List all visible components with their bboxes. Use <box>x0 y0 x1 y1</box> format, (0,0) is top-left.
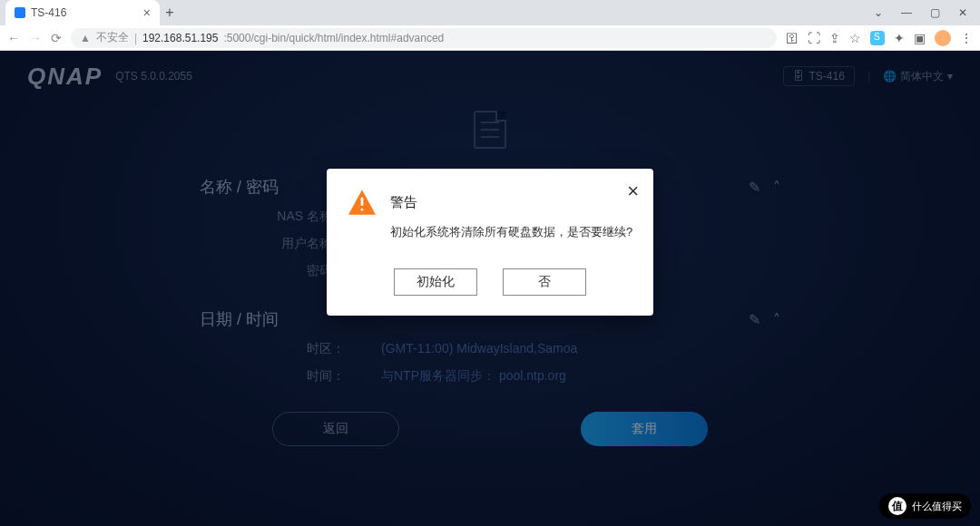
field-value: (GMT-11:00) MidwayIsland,Samoa <box>381 341 577 357</box>
app-icon[interactable]: ▣ <box>914 31 926 45</box>
device-icon: 🗄 <box>793 70 804 83</box>
window-controls: ⌄ — ▢ ✕ <box>874 6 980 19</box>
section-title: 名称 / 密码 <box>200 176 279 198</box>
language-selector[interactable]: 🌐 简体中文 ▾ <box>883 69 953 84</box>
insecure-icon: ▲ <box>80 32 91 44</box>
window-close-icon[interactable]: ✕ <box>958 6 967 19</box>
firmware-version: QTS 5.0.0.2055 <box>115 70 192 83</box>
warning-dialog: × 警告 初始化系统将清除所有硬盘数据，是否要继续? 初始化 否 <box>327 169 653 316</box>
device-name: TS-416 <box>809 70 845 83</box>
tab-close-icon[interactable]: × <box>143 5 151 20</box>
device-chip[interactable]: 🗄 TS-416 <box>783 66 855 86</box>
nav-back-icon[interactable]: ← <box>7 31 20 45</box>
qnap-setup-page: QNAP QTS 5.0.0.2055 🗄 TS-416 | 🌐 简体中文 ▾ … <box>0 51 980 526</box>
menu-icon[interactable]: ⋮ <box>960 31 973 45</box>
share-icon[interactable]: ⇪ <box>829 31 840 45</box>
globe-icon: 🌐 <box>883 70 897 83</box>
warning-icon <box>347 189 377 216</box>
no-button[interactable]: 否 <box>503 268 586 296</box>
field-timezone: 时区： (GMT-11:00) MidwayIsland,Samoa <box>200 336 780 363</box>
svg-rect-0 <box>361 198 364 207</box>
nav-forward-icon[interactable]: → <box>29 31 42 45</box>
dialog-close-icon[interactable]: × <box>627 180 639 203</box>
sogou-ext-icon[interactable] <box>870 31 885 45</box>
tab-strip: TS-416 × + ⌄ — ▢ ✕ <box>0 0 980 25</box>
profile-avatar-icon[interactable] <box>935 30 951 46</box>
collapse-icon[interactable]: ˄ <box>773 311 780 328</box>
new-tab-button[interactable]: + <box>160 5 180 21</box>
url-host: 192.168.51.195 <box>142 32 218 44</box>
watermark-text: 什么值得买 <box>912 500 962 513</box>
favicon-icon <box>15 7 25 18</box>
field-time: 时间： 与NTP服务器同步： pool.ntp.org <box>200 363 780 390</box>
chevron-down-icon: ▾ <box>947 70 953 83</box>
field-value: 与NTP服务器同步： pool.ntp.org <box>381 368 566 385</box>
window-dropdown-icon[interactable]: ⌄ <box>874 6 883 19</box>
key-icon[interactable]: ⚿ <box>786 31 799 45</box>
window-minimize-icon[interactable]: — <box>901 6 912 19</box>
back-button[interactable]: 返回 <box>272 412 399 446</box>
extensions-icon[interactable]: ✦ <box>894 31 905 45</box>
collapse-icon[interactable]: ˄ <box>773 179 780 196</box>
language-label: 简体中文 <box>900 69 944 84</box>
browser-tab[interactable]: TS-416 × <box>5 0 160 25</box>
header-sep: | <box>867 70 870 83</box>
brand-logo: QNAP <box>27 63 103 91</box>
initialize-button[interactable]: 初始化 <box>394 268 477 296</box>
addr-sep: | <box>134 32 137 44</box>
wizard-actions: 返回 套用 <box>200 390 780 446</box>
page-header: QNAP QTS 5.0.0.2055 🗄 TS-416 | 🌐 简体中文 ▾ <box>0 51 980 102</box>
section-title: 日期 / 时间 <box>200 308 279 330</box>
summary-icon <box>474 111 506 149</box>
dialog-message: 初始化系统将清除所有硬盘数据，是否要继续? <box>390 223 633 241</box>
toolbar-icons: ⚿ ⛶ ⇪ ☆ ✦ ▣ ⋮ <box>786 30 973 46</box>
apply-button[interactable]: 套用 <box>581 412 708 446</box>
nav-reload-icon[interactable]: ⟳ <box>51 31 62 45</box>
address-bar[interactable]: ▲ 不安全 | 192.168.51.195:5000/cgi-bin/quic… <box>71 28 777 48</box>
edit-icon[interactable]: ✎ <box>749 179 760 196</box>
field-label: 时间： <box>200 368 381 385</box>
insecure-label: 不安全 <box>96 30 129 45</box>
bookmark-icon[interactable]: ☆ <box>849 31 861 45</box>
dialog-title: 警告 <box>390 194 417 211</box>
edit-icon[interactable]: ✎ <box>749 311 760 328</box>
watermark-badge: 值 什么值得买 <box>879 493 971 519</box>
watermark-icon: 值 <box>888 497 906 515</box>
address-row: ← → ⟳ ▲ 不安全 | 192.168.51.195:5000/cgi-bi… <box>0 25 980 50</box>
tab-title: TS-416 <box>31 6 138 19</box>
field-label: 时区： <box>200 341 381 357</box>
url-rest: :5000/cgi-bin/quick/html/index.html#adva… <box>223 32 444 44</box>
browser-chrome: TS-416 × + ⌄ — ▢ ✕ ← → ⟳ ▲ 不安全 | 192.168… <box>0 0 980 51</box>
svg-rect-1 <box>361 209 364 211</box>
window-maximize-icon[interactable]: ▢ <box>930 6 940 19</box>
install-icon[interactable]: ⛶ <box>808 31 820 45</box>
